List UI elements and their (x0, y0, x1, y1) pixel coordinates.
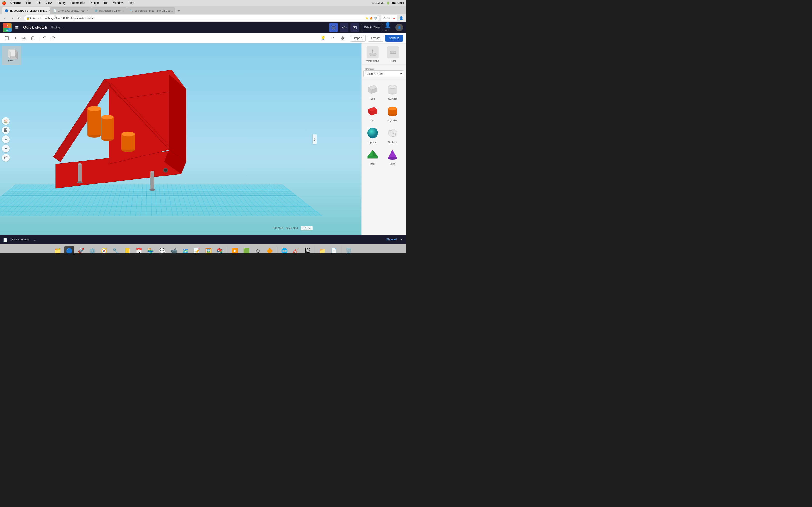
menubar-tab[interactable]: Tab (102, 1, 110, 5)
menubar-edit[interactable]: Edit (34, 1, 42, 5)
new-tab-button[interactable]: + (175, 7, 182, 14)
group-tool[interactable] (12, 34, 19, 42)
dock-photos[interactable]: 🖼️ (203, 246, 214, 254)
3d-view-button[interactable] (329, 23, 338, 32)
dock-system-prefs[interactable]: ⚙️ (87, 246, 98, 254)
import-button[interactable]: Import (350, 35, 366, 42)
select-tool[interactable] (3, 34, 11, 42)
dock-notes-brown[interactable]: 📒 (122, 246, 133, 254)
menubar-help[interactable]: Help (127, 1, 136, 5)
tab-google[interactable]: 🔍 screen shot mac - Sök på Goo... ✕ (127, 7, 175, 14)
menubar-chrome[interactable]: Chrome (9, 1, 23, 5)
user-avatar[interactable]: 👤 (395, 24, 403, 32)
undo-tool[interactable] (41, 34, 49, 42)
dock-shapes[interactable]: 🔶 (264, 246, 275, 254)
show-all-button[interactable]: Show All (386, 238, 397, 241)
dock-nox[interactable]: ⬡ (253, 246, 263, 254)
dock-text-edit[interactable]: 📄 (328, 246, 339, 254)
tab-criteria[interactable]: 📄 Criteria C: Logical Plan ✕ (50, 7, 92, 14)
workplane-button[interactable]: Workplane (363, 46, 382, 62)
ruler-label: Ruler (390, 59, 396, 62)
tab-tinkercad[interactable]: 🔵 3D design Quick sketch | Tink... ✕ (2, 7, 50, 14)
tab-close-3[interactable]: ✕ (122, 9, 124, 12)
user-account-button[interactable]: 👤 (398, 15, 404, 21)
ungroup-tool[interactable] (20, 34, 28, 42)
lights-tool[interactable]: 💡 (319, 34, 327, 42)
dock-siri[interactable]: 🔵 (64, 246, 74, 254)
dock-messages[interactable]: 💬 (157, 246, 167, 254)
forward-button[interactable]: › (9, 15, 15, 21)
dock-configure[interactable]: 🔧 (110, 246, 121, 254)
tab-instructable[interactable]: ⚙️ Instructable Editor ✕ (92, 7, 127, 14)
delete-tool[interactable] (29, 34, 37, 42)
dock-launchpad[interactable]: 🚀 (75, 246, 86, 254)
refresh-button[interactable]: ↻ (16, 15, 22, 21)
export-button[interactable]: Export (367, 35, 383, 42)
shape-box-red[interactable]: Box (363, 103, 382, 123)
align-tool[interactable] (329, 34, 337, 42)
shape-cone-purple[interactable]: Cone (383, 147, 402, 166)
menubar-view[interactable]: View (44, 1, 53, 5)
compass-button[interactable] (2, 154, 10, 162)
dock-facetime[interactable]: 📹 (168, 246, 179, 254)
bookmark-icon[interactable]: ⭐ (365, 17, 368, 20)
toolbar: 💡 Import Export Send (0, 33, 406, 44)
library-dropdown[interactable]: Basic Shapes ▾ (363, 70, 404, 77)
code-view-button[interactable] (340, 23, 349, 32)
dock-appstore[interactable]: 🏪 (145, 246, 156, 254)
flip-tool[interactable] (339, 34, 346, 42)
menubar-people[interactable]: People (89, 1, 100, 5)
redo-tool[interactable] (50, 34, 57, 42)
shape-cylinder-orange[interactable]: Cylinder (383, 103, 402, 123)
collapse-panel-button[interactable]: ❯ (313, 134, 317, 144)
dock-folder[interactable]: 📁 (317, 246, 327, 254)
menubar-history[interactable]: History (55, 1, 67, 5)
tab-close-1[interactable]: ✕ (48, 9, 50, 12)
shape-sphere-teal[interactable]: Sphere (363, 125, 382, 145)
menubar-bookmarks[interactable]: Bookmarks (69, 1, 87, 5)
dock-safari[interactable]: 🧭 (99, 246, 109, 254)
home-view-button[interactable]: 🏠 (2, 117, 10, 125)
dock-chrome[interactable]: 🌐 (279, 246, 290, 254)
svg-rect-13 (353, 26, 356, 29)
shape-box-wire[interactable]: Box (363, 81, 382, 101)
address-input[interactable]: 🔒 tinkercad.com/things/9aaFBKvK08K-quick… (24, 15, 380, 21)
zoom-in-button[interactable]: + (2, 135, 10, 143)
menubar-file[interactable]: File (24, 1, 32, 5)
dock-minecraft[interactable]: 🟩 (241, 246, 252, 254)
snap-grid-value[interactable]: 1.0 mm (301, 226, 313, 230)
memory-usage: 630.63 MB (371, 1, 384, 4)
back-button[interactable]: ‹ (2, 15, 8, 21)
hamburger-menu[interactable]: ☰ (13, 24, 20, 31)
tab-close-2[interactable]: ✕ (87, 9, 89, 12)
menubar-window[interactable]: Window (112, 1, 125, 5)
dock-guitar[interactable]: 🎸 (291, 246, 301, 254)
add-user-button[interactable]: 👤+ (385, 23, 394, 32)
ruler-button[interactable]: Ruler (384, 46, 402, 62)
edit-grid-label[interactable]: Edit Grid (272, 227, 283, 230)
svg-rect-16 (14, 37, 15, 39)
dock-books[interactable]: 📚 (215, 246, 225, 254)
dock-trash[interactable]: 🗑️ (343, 246, 354, 254)
mini-cube[interactable]: RIGHT (2, 46, 21, 65)
apple-menu[interactable]: 🍎 (2, 1, 6, 5)
whats-new-button[interactable]: What's New (361, 24, 383, 32)
shape-scribble[interactable]: Scribble (383, 125, 402, 145)
dock-preview[interactable]: 🖼 (302, 246, 313, 254)
file-expand-button[interactable]: ⌄ (33, 237, 36, 242)
zoom-out-button[interactable]: − (2, 145, 10, 152)
dock-calendar[interactable]: 📅 (134, 246, 144, 254)
dock-notes[interactable]: 📝 (191, 246, 202, 254)
dock-terminal[interactable]: ▶️ (230, 246, 240, 254)
viewport-3d[interactable]: RIGHT (0, 44, 361, 235)
send-to-button[interactable]: Send To (385, 35, 403, 42)
shape-roof-green[interactable]: Roof (363, 147, 382, 166)
dock-maps[interactable]: 🗺️ (180, 246, 191, 254)
dock-finder[interactable]: 🗂️ (52, 246, 63, 254)
status-bar-close-button[interactable]: ✕ (400, 237, 403, 241)
shape-cylinder-wire[interactable]: Cylinder (383, 81, 402, 101)
fit-view-button[interactable] (2, 126, 10, 134)
shape-library-header: Tinkercad Basic Shapes ▾ (361, 65, 406, 79)
sim-button[interactable] (350, 23, 359, 32)
svg-point-43 (88, 106, 101, 111)
